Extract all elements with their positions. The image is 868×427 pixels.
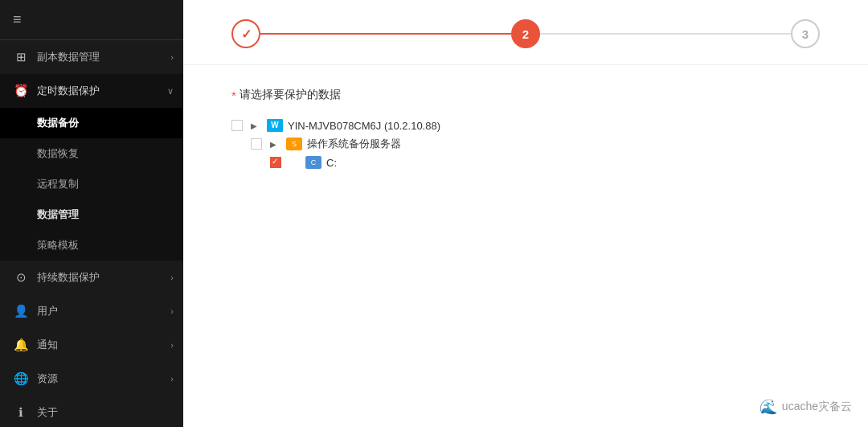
- tree-node-win-content: ▶ W YIN-MJVB078CM6J (10.2.10.88): [231, 119, 440, 132]
- watermark: 🌊 ucache灾备云: [760, 398, 852, 416]
- sidebar-header[interactable]: ≡: [0, 0, 183, 40]
- step-circle-1: ✓: [231, 19, 260, 48]
- tree-node-server-content: ▶ S 操作系统备份服务器: [251, 137, 401, 151]
- tree-label-server: 操作系统备份服务器: [307, 137, 401, 151]
- sidebar-label-users: 用户: [37, 304, 58, 318]
- main-content: ✓ 2 3 * 请选择要保护的数据: [183, 0, 868, 427]
- about-icon: ℹ: [13, 405, 29, 420]
- sidebar: ≡ ⊞ 副本数据管理 › ⏰ 定时数据保护 ∨ 数据备份 数据恢复 远程复制 数…: [0, 0, 183, 427]
- sidebar-label-about: 关于: [37, 405, 58, 420]
- step-3-label: 3: [802, 27, 809, 41]
- sidebar-label-policy-template: 策略模板: [37, 239, 79, 251]
- tree-label-win: YIN-MJVB078CM6J (10.2.10.88): [288, 120, 440, 132]
- sidebar-label-data-backup: 数据备份: [37, 117, 79, 129]
- sidebar-label-scheduled: 定时数据保护: [37, 84, 100, 98]
- windows-icon: W: [267, 119, 283, 132]
- sidebar-item-data-restore[interactable]: 数据恢复: [0, 138, 183, 169]
- notifications-icon: 🔔: [13, 338, 29, 352]
- sidebar-submenu-scheduled: 数据备份 数据恢复 远程复制 数据管理 策略模板: [0, 108, 183, 261]
- tree-node-server[interactable]: ▶ S 操作系统备份服务器: [251, 134, 820, 154]
- tree-checkbox-win[interactable]: [231, 120, 243, 131]
- sidebar-label-data-restore: 数据恢复: [37, 147, 79, 159]
- sidebar-item-about[interactable]: ℹ 关于: [0, 396, 183, 427]
- hamburger-icon[interactable]: ≡: [13, 11, 22, 28]
- tree-container: ▶ W YIN-MJVB078CM6J (10.2.10.88) ▶ S 操作系…: [231, 117, 820, 171]
- sidebar-item-data-backup[interactable]: 数据备份: [0, 108, 183, 138]
- arrow-icon-users: ›: [170, 306, 174, 316]
- form-title-text: 请选择要保护的数据: [240, 88, 341, 102]
- sidebar-label-backup-copy: 副本数据管理: [37, 50, 100, 64]
- step-circle-3: 3: [791, 19, 820, 48]
- step-line-1: [260, 33, 511, 35]
- sidebar-item-resources[interactable]: 🌐 资源 ›: [0, 362, 183, 396]
- form-area: * 请选择要保护的数据 ▶ W YIN-MJVB078CM6J (10.2.10…: [183, 65, 868, 427]
- steps-container: ✓ 2 3: [231, 19, 820, 48]
- resources-icon: 🌐: [13, 372, 29, 386]
- drive-icon: C: [305, 156, 321, 169]
- arrow-icon-notifications: ›: [170, 340, 174, 350]
- tree-expand-win[interactable]: ▶: [251, 121, 262, 130]
- tree-checkbox-server[interactable]: [251, 138, 262, 150]
- sidebar-label-continuous: 持续数据保护: [37, 270, 100, 285]
- steps-area: ✓ 2 3: [183, 0, 868, 65]
- sidebar-item-remote-copy[interactable]: 远程复制: [0, 169, 183, 199]
- step-2[interactable]: 2: [511, 19, 540, 48]
- brand-text: ucache灾备云: [782, 400, 852, 414]
- required-star: *: [231, 88, 236, 102]
- tree-node-drive-content: ▶ C C:: [270, 156, 337, 169]
- sidebar-label-remote-copy: 远程复制: [37, 178, 79, 190]
- schedule-icon: ⏰: [13, 84, 29, 98]
- sidebar-item-users[interactable]: 👤 用户 ›: [0, 294, 183, 328]
- step-circle-2: 2: [511, 19, 540, 48]
- step-1[interactable]: ✓: [231, 19, 260, 48]
- watermark-icon: 🌊: [760, 398, 777, 416]
- users-icon: 👤: [13, 304, 29, 318]
- sidebar-label-notifications: 通知: [37, 338, 58, 352]
- continuous-icon: ⊙: [13, 270, 29, 285]
- tree-checkbox-drive[interactable]: [270, 157, 281, 168]
- sidebar-label-resources: 资源: [37, 372, 58, 386]
- sidebar-label-data-management: 数据管理: [37, 208, 79, 220]
- arrow-icon-resources: ›: [170, 374, 174, 384]
- tree-node-win[interactable]: ▶ W YIN-MJVB078CM6J (10.2.10.88): [231, 117, 820, 134]
- step-line-2: [540, 33, 791, 35]
- sidebar-item-data-management[interactable]: 数据管理: [0, 199, 183, 230]
- sidebar-section-scheduled: ⏰ 定时数据保护 ∨ 数据备份 数据恢复 远程复制 数据管理 策略模板: [0, 74, 183, 261]
- tree-node-drive[interactable]: ▶ C C:: [270, 154, 820, 171]
- expand-icon: ∨: [167, 86, 174, 96]
- step-2-label: 2: [522, 27, 529, 41]
- sidebar-item-policy-template[interactable]: 策略模板: [0, 230, 183, 261]
- tree-label-drive: C:: [326, 157, 337, 169]
- sidebar-item-notifications[interactable]: 🔔 通知 ›: [0, 328, 183, 362]
- tree-expand-server[interactable]: ▶: [270, 140, 281, 149]
- form-title: * 请选择要保护的数据: [231, 88, 820, 102]
- sidebar-item-scheduled-protection[interactable]: ⏰ 定时数据保护 ∨: [0, 74, 183, 108]
- sidebar-item-continuous-protection[interactable]: ⊙ 持续数据保护 ›: [0, 261, 183, 294]
- step-3[interactable]: 3: [791, 19, 820, 48]
- arrow-icon-continuous: ›: [170, 273, 174, 282]
- copy-icon: ⊞: [13, 50, 29, 64]
- arrow-icon: ›: [170, 52, 174, 62]
- step-1-icon: ✓: [241, 27, 252, 42]
- server-icon: S: [286, 138, 302, 150]
- sidebar-item-backup-copy[interactable]: ⊞ 副本数据管理 ›: [0, 40, 183, 74]
